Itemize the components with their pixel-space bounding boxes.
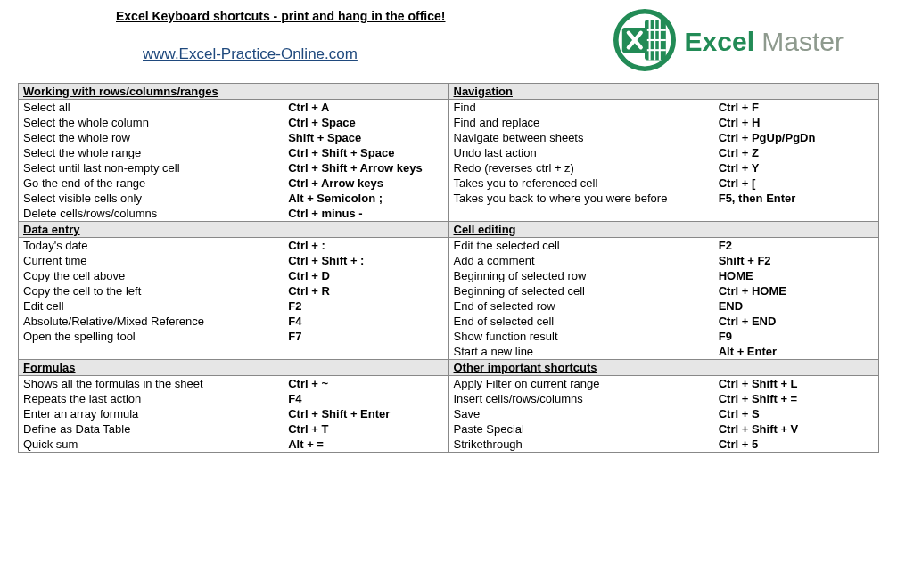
shortcut-desc: Copy the cell to the left <box>19 283 284 298</box>
table-row: Enter an array formulaCtrl + Shift + Ent… <box>19 406 879 421</box>
shortcut-key: Ctrl + Shift + : <box>284 253 448 268</box>
shortcut-desc: Edit the selected cell <box>448 238 714 254</box>
section-header-navigation: Navigation <box>448 84 879 100</box>
section-header-cell-editing: Cell editing <box>448 222 879 238</box>
shortcut-key: Ctrl + R <box>284 283 448 298</box>
shortcut-desc: Select all <box>19 100 284 116</box>
table-row: Go the end of the rangeCtrl + Arrow keys… <box>19 176 879 191</box>
shortcut-key: Ctrl + : <box>284 238 448 254</box>
shortcut-desc: Select until last non-empty cell <box>19 160 284 176</box>
shortcut-desc: Add a comment <box>448 253 714 268</box>
row-group-3: Shows all the formulas in the sheetCtrl … <box>19 376 879 453</box>
shortcut-key: Ctrl + Z <box>714 145 879 160</box>
shortcut-key: Alt + Enter <box>714 344 879 360</box>
excel-master-icon <box>613 9 676 74</box>
table-row: Select the whole rangeCtrl + Shift + Spa… <box>19 145 879 160</box>
shortcut-desc: Quick sum <box>19 437 284 453</box>
table-row: Select the whole rowShift + SpaceNavigat… <box>19 130 879 145</box>
shortcut-key: Ctrl + T <box>284 421 448 437</box>
table-row: Current timeCtrl + Shift + :Add a commen… <box>19 253 879 268</box>
shortcut-key: END <box>714 298 879 314</box>
shortcut-key: Ctrl + Shift + V <box>714 421 879 437</box>
shortcut-key: Ctrl + A <box>284 100 448 116</box>
shortcut-desc: Beginning of selected row <box>448 268 714 283</box>
table-row: Select visible cells onlyAlt + Semicolon… <box>19 191 879 206</box>
shortcut-desc: Current time <box>19 253 284 268</box>
shortcut-key: Ctrl + minus - <box>284 206 448 222</box>
shortcut-key: Alt + Semicolon ; <box>284 191 448 206</box>
shortcut-desc: Find and replace <box>448 115 714 130</box>
shortcut-desc: Copy the cell above <box>19 268 284 283</box>
shortcut-desc: Open the spelling tool <box>19 329 284 344</box>
section-header-formulas: Formulas <box>19 360 449 376</box>
shortcut-key: F7 <box>284 329 448 344</box>
shortcut-desc: Beginning of selected cell <box>448 283 714 298</box>
section-header-data-entry: Data entry <box>19 222 449 238</box>
shortcut-desc: Repeats the last action <box>19 391 284 406</box>
table-row: Edit cellF2End of selected rowEND <box>19 298 879 314</box>
shortcut-desc: Define as Data Table <box>19 421 284 437</box>
shortcut-key: Ctrl + [ <box>714 176 879 191</box>
shortcut-key: Ctrl + Shift + Space <box>284 145 448 160</box>
shortcut-key: Ctrl + Y <box>714 160 879 176</box>
table-row: Copy the cell aboveCtrl + DBeginning of … <box>19 268 879 283</box>
shortcut-desc: Navigate between sheets <box>448 130 714 145</box>
shortcuts-table: Working with rows/columns/ranges Navigat… <box>18 83 879 453</box>
shortcut-key: Ctrl + ~ <box>284 376 448 392</box>
shortcut-key: F9 <box>714 329 879 344</box>
shortcut-desc <box>19 344 284 360</box>
logo-brand-text: Excel <box>685 27 754 56</box>
row-group-2: Today's dateCtrl + :Edit the selected ce… <box>19 238 879 360</box>
table-row: Absolute/Relative/Mixed ReferenceF4End o… <box>19 314 879 329</box>
shortcut-key: Ctrl + Arrow keys <box>284 176 448 191</box>
shortcut-key: Shift + F2 <box>714 253 879 268</box>
shortcut-desc <box>448 206 714 222</box>
table-row: Select until last non-empty cellCtrl + S… <box>19 160 879 176</box>
website-link[interactable]: www.Excel-Practice-Online.com <box>143 45 358 63</box>
table-row: Select the whole columnCtrl + SpaceFind … <box>19 115 879 130</box>
shortcut-key: Ctrl + Shift + = <box>714 391 879 406</box>
shortcut-key: Ctrl + S <box>714 406 879 421</box>
shortcut-desc: Insert cells/rows/columns <box>448 391 714 406</box>
shortcut-key: Ctrl + Shift + L <box>714 376 879 392</box>
table-row: Shows all the formulas in the sheetCtrl … <box>19 376 879 392</box>
shortcut-key: Ctrl + D <box>284 268 448 283</box>
shortcut-desc: End of selected row <box>448 298 714 314</box>
table-row: Start a new lineAlt + Enter <box>19 344 879 360</box>
shortcut-desc: Enter an array formula <box>19 406 284 421</box>
table-row: Today's dateCtrl + :Edit the selected ce… <box>19 238 879 254</box>
shortcut-desc: Undo last action <box>448 145 714 160</box>
shortcut-desc: Redo (reverses ctrl + z) <box>448 160 714 176</box>
shortcut-key: F2 <box>714 238 879 254</box>
shortcut-desc: Delete cells/rows/columns <box>19 206 284 222</box>
shortcut-desc: Strikethrough <box>448 437 714 453</box>
shortcut-desc: End of selected cell <box>448 314 714 329</box>
shortcut-key: F4 <box>284 314 448 329</box>
shortcut-key: Ctrl + HOME <box>714 283 879 298</box>
shortcut-key: F2 <box>284 298 448 314</box>
shortcut-desc: Go the end of the range <box>19 176 284 191</box>
shortcut-desc: Apply Filter on current range <box>448 376 714 392</box>
shortcut-key: Ctrl + Shift + Arrow keys <box>284 160 448 176</box>
shortcut-desc: Select the whole range <box>19 145 284 160</box>
shortcut-key: Ctrl + 5 <box>714 437 879 453</box>
section-header-other: Other important shortcuts <box>448 360 879 376</box>
shortcut-key: Ctrl + F <box>714 100 879 116</box>
page-title: Excel Keyboard shortcuts - print and han… <box>116 9 613 23</box>
shortcut-desc: Absolute/Relative/Mixed Reference <box>19 314 284 329</box>
table-row: Open the spelling toolF7Show function re… <box>19 329 879 344</box>
logo: Excel Master <box>613 9 844 74</box>
shortcut-desc: Paste Special <box>448 421 714 437</box>
shortcut-key: HOME <box>714 268 879 283</box>
shortcut-key: Alt + = <box>284 437 448 453</box>
shortcut-desc: Select the whole column <box>19 115 284 130</box>
table-row: Select allCtrl + AFindCtrl + F <box>19 100 879 116</box>
shortcut-key: F4 <box>284 391 448 406</box>
shortcut-desc: Find <box>448 100 714 116</box>
shortcut-key: Shift + Space <box>284 130 448 145</box>
shortcut-key: Ctrl + Shift + Enter <box>284 406 448 421</box>
table-row: Quick sumAlt + =StrikethroughCtrl + 5 <box>19 437 879 453</box>
table-row: Delete cells/rows/columnsCtrl + minus - <box>19 206 879 222</box>
shortcut-key <box>284 344 448 360</box>
table-row: Copy the cell to the leftCtrl + RBeginni… <box>19 283 879 298</box>
